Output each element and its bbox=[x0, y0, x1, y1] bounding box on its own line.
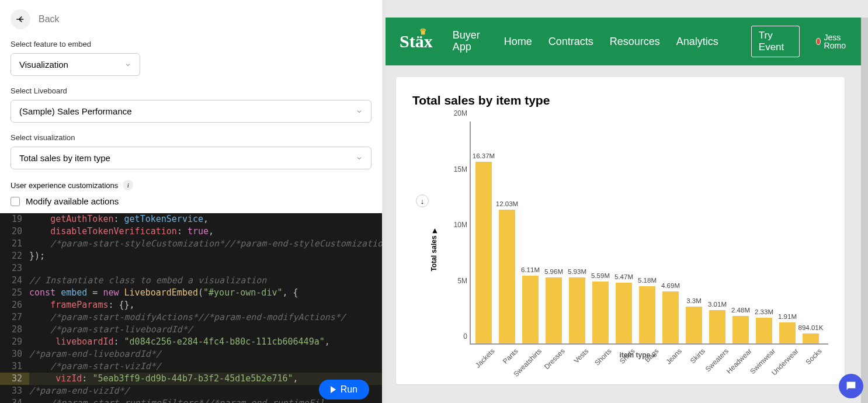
bar-value-label: 894.01K bbox=[798, 324, 824, 331]
bar-value-label: 5.47M bbox=[614, 273, 633, 280]
bar-value-label: 5.59M bbox=[591, 272, 610, 279]
modify-actions-label: Modify available actions bbox=[26, 196, 119, 206]
bar-value-label: 16.37M bbox=[473, 152, 495, 159]
sort-descending-icon[interactable]: ↓ bbox=[416, 194, 429, 207]
feature-label: Select feature to embed bbox=[11, 40, 371, 48]
modify-actions-row[interactable]: Modify available actions bbox=[11, 196, 371, 206]
viz-label: Select visualization bbox=[11, 133, 371, 142]
config-top: Back Select feature to embed Visualizati… bbox=[0, 0, 382, 213]
bar-chart: ↓ Total sales▶ 16.37MJackets12.03MPants6… bbox=[412, 121, 828, 378]
code-line[interactable]: 29 liveboardId: "d084c256-e284-4fc4-b80c… bbox=[0, 336, 382, 348]
code-line[interactable]: 26 frameParams: {}, bbox=[0, 299, 382, 311]
bar[interactable] bbox=[686, 307, 702, 343]
back-label: Back bbox=[39, 14, 60, 25]
category-label: Dresses bbox=[543, 347, 567, 371]
bar[interactable] bbox=[499, 210, 515, 343]
ux-customizations-label: User experience customizations i bbox=[11, 180, 371, 190]
category-label: Pants bbox=[501, 347, 520, 366]
liveboard-value: (Sample) Sales Performance bbox=[19, 106, 132, 116]
bar-value-label: 4.69M bbox=[661, 282, 680, 289]
user-menu[interactable]: Jess Romo bbox=[816, 33, 848, 50]
back-button[interactable] bbox=[11, 9, 30, 29]
nav-analytics[interactable]: Analytics bbox=[676, 36, 718, 48]
y-tick: 0 bbox=[446, 332, 467, 341]
checkbox-icon[interactable] bbox=[11, 197, 20, 206]
bar[interactable] bbox=[639, 286, 655, 343]
y-tick: 20M bbox=[446, 109, 467, 117]
category-label: Jeans bbox=[664, 347, 683, 366]
category-label: Shorts bbox=[593, 347, 613, 367]
bar[interactable] bbox=[569, 277, 585, 343]
info-icon[interactable]: i bbox=[123, 180, 133, 190]
feature-select[interactable]: Visualization bbox=[11, 53, 140, 76]
nav-contracts[interactable]: Contracts bbox=[548, 36, 593, 48]
bar-value-label: 5.93M bbox=[568, 268, 586, 275]
y-tick: 15M bbox=[446, 165, 467, 173]
category-label: Socks bbox=[804, 347, 824, 366]
bar[interactable] bbox=[662, 291, 679, 343]
y-tick: 5M bbox=[446, 277, 467, 285]
app-topbar: ♛Stäx Buyer App Home Contracts Resources… bbox=[386, 18, 862, 65]
category-label: Skirts bbox=[689, 347, 707, 365]
code-line[interactable]: 25const embed = new LiveboardEmbed("#you… bbox=[0, 287, 382, 299]
chart-title: Total sales by item type bbox=[412, 93, 828, 107]
bar-value-label: 1.91M bbox=[778, 313, 797, 320]
bar[interactable] bbox=[709, 310, 725, 343]
code-editor[interactable]: 19 getAuthToken: getTokenService,20 disa… bbox=[0, 213, 382, 403]
bar[interactable] bbox=[616, 283, 632, 343]
chevron-down-icon bbox=[356, 108, 363, 115]
chevron-down-icon bbox=[356, 155, 363, 162]
code-line[interactable]: 20 disableTokenVerification: true, bbox=[0, 225, 382, 238]
bar-value-label: 5.96M bbox=[544, 268, 563, 275]
back-row: Back bbox=[11, 9, 371, 29]
code-line[interactable]: 24// Instantiate class to embed a visual… bbox=[0, 275, 382, 287]
bar-value-label: 3.01M bbox=[708, 301, 727, 308]
code-line[interactable]: 30/*param-end-liveboardId*/ bbox=[0, 348, 382, 360]
viz-value: Total sales by item type bbox=[19, 153, 110, 163]
config-panel: Back Select feature to embed Visualizati… bbox=[0, 0, 386, 403]
category-label: Jackets bbox=[474, 347, 497, 370]
bar-value-label: 2.33M bbox=[755, 308, 773, 315]
preview-scrollbar[interactable] bbox=[861, 18, 868, 403]
bar-value-label: 5.18M bbox=[638, 277, 657, 284]
brand-logo: ♛Stäx bbox=[400, 32, 436, 51]
category-label: Vests bbox=[572, 347, 590, 365]
nav-resources[interactable]: Resources bbox=[610, 36, 660, 48]
y-axis-title: Total sales▶ bbox=[430, 228, 438, 271]
bar-value-label: 6.11M bbox=[521, 266, 540, 273]
bar[interactable] bbox=[779, 322, 796, 343]
avatar-icon bbox=[816, 38, 821, 45]
bar[interactable] bbox=[522, 276, 539, 343]
code-line[interactable]: 28 /*param-start-liveboardId*/ bbox=[0, 324, 382, 336]
bar[interactable] bbox=[475, 162, 492, 343]
liveboard-select[interactable]: (Sample) Sales Performance bbox=[11, 100, 371, 123]
chart-card: Total sales by item type ↓ Total sales▶ … bbox=[396, 77, 845, 384]
crown-icon: ♛ bbox=[419, 27, 427, 37]
feature-value: Visualization bbox=[19, 60, 68, 70]
chat-icon bbox=[845, 380, 857, 392]
liveboard-label: Select Liveboard bbox=[11, 86, 371, 95]
nav-buyer-app[interactable]: Buyer App bbox=[453, 30, 488, 53]
bar[interactable] bbox=[546, 277, 562, 343]
x-axis-title: item type ▾ bbox=[619, 351, 655, 359]
bar[interactable] bbox=[803, 333, 819, 343]
arrow-left-icon bbox=[15, 14, 26, 25]
bar[interactable] bbox=[732, 316, 749, 343]
code-line[interactable]: 19 getAuthToken: getTokenService, bbox=[0, 213, 382, 225]
code-line[interactable]: 22}); bbox=[0, 250, 382, 262]
bar-value-label: 2.48M bbox=[731, 307, 750, 314]
viz-select[interactable]: Total sales by item type bbox=[11, 147, 371, 169]
bar[interactable] bbox=[756, 318, 772, 343]
try-event-button[interactable]: Try Event bbox=[751, 26, 800, 57]
code-line[interactable]: 27 /*param-start-modifyActions*//*param-… bbox=[0, 311, 382, 324]
bar-value-label: 3.3M bbox=[686, 297, 702, 304]
preview-panel: ♛Stäx Buyer App Home Contracts Resources… bbox=[386, 0, 868, 403]
code-line[interactable]: 31 /*param-start-vizId*/ bbox=[0, 360, 382, 373]
chevron-down-icon bbox=[124, 61, 131, 68]
code-line[interactable]: 21 /*param-start-styleCustomization*//*p… bbox=[0, 238, 382, 250]
code-line[interactable]: 23 bbox=[0, 262, 382, 275]
nav-home[interactable]: Home bbox=[504, 36, 532, 48]
bar[interactable] bbox=[592, 282, 609, 343]
help-chat-button[interactable] bbox=[839, 374, 863, 398]
run-button[interactable]: Run bbox=[319, 380, 369, 399]
